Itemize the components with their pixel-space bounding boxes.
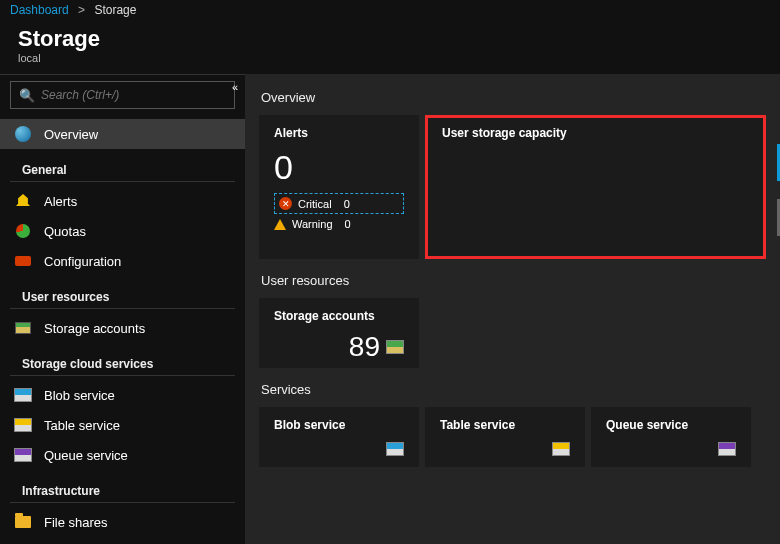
queue-tile-icon (718, 442, 736, 456)
section-title-services: Services (261, 382, 764, 397)
folder-icon (14, 513, 32, 531)
queue-tile-icon (14, 446, 32, 464)
blob-service-card[interactable]: Blob service (259, 407, 419, 467)
table-tile-icon (552, 442, 570, 456)
alerts-card-title: Alerts (274, 126, 404, 140)
sidebar-item-overview[interactable]: Overview (0, 119, 245, 149)
sidebar: « 🔍 Overview General Alerts Quotas Confi… (0, 74, 245, 544)
sidebar-group-general: General (10, 153, 235, 182)
table-service-card[interactable]: Table service (425, 407, 585, 467)
content-area: Overview Alerts 0 ✕ Critical 0 Warning 0… (245, 74, 780, 544)
table-service-title: Table service (440, 418, 570, 432)
globe-icon (14, 125, 32, 143)
search-input-wrap[interactable]: 🔍 (10, 81, 235, 109)
breadcrumb: Dashboard > Storage (0, 0, 780, 22)
alerts-warning-count: 0 (345, 218, 351, 230)
storage-accounts-icon (386, 340, 404, 354)
page-header: Storage local (0, 22, 780, 74)
warning-icon (274, 219, 286, 230)
sidebar-item-table-service[interactable]: Table service (0, 410, 245, 440)
bell-icon (14, 192, 32, 210)
sidebar-group-user-resources: User resources (10, 280, 235, 309)
alerts-critical-count: 0 (344, 198, 350, 210)
sidebar-item-storage-accounts[interactable]: Storage accounts (0, 313, 245, 343)
blob-service-title: Blob service (274, 418, 404, 432)
table-tile-icon (14, 416, 32, 434)
sidebar-group-cloud-services: Storage cloud services (10, 347, 235, 376)
sidebar-item-label: Table service (44, 418, 120, 433)
storage-accounts-title: Storage accounts (274, 309, 404, 323)
sidebar-item-label: File shares (44, 515, 108, 530)
breadcrumb-current: Storage (94, 3, 136, 17)
sidebar-item-label: Blob service (44, 388, 115, 403)
breadcrumb-separator: > (78, 3, 85, 17)
page-subtitle: local (18, 52, 762, 64)
search-input[interactable] (41, 88, 226, 102)
alerts-card[interactable]: Alerts 0 ✕ Critical 0 Warning 0 (259, 115, 419, 259)
queue-service-card[interactable]: Queue service (591, 407, 751, 467)
sidebar-item-alerts[interactable]: Alerts (0, 186, 245, 216)
breadcrumb-root-link[interactable]: Dashboard (10, 3, 69, 17)
collapse-sidebar-icon[interactable]: « (232, 81, 235, 93)
alerts-warning-row[interactable]: Warning 0 (274, 214, 404, 234)
sidebar-item-label: Configuration (44, 254, 121, 269)
sidebar-group-infrastructure: Infrastructure (10, 474, 235, 503)
sidebar-item-quotas[interactable]: Quotas (0, 216, 245, 246)
storage-accounts-value: 89 (349, 331, 380, 363)
section-title-user-resources: User resources (261, 273, 764, 288)
sidebar-item-label: Alerts (44, 194, 77, 209)
page-title: Storage (18, 26, 762, 52)
sidebar-item-blob-service[interactable]: Blob service (0, 380, 245, 410)
search-icon: 🔍 (19, 88, 35, 103)
sidebar-item-label: Queue service (44, 448, 128, 463)
config-icon (14, 252, 32, 270)
blob-tile-icon (14, 386, 32, 404)
capacity-card-title: User storage capacity (442, 126, 567, 140)
sidebar-item-label: Overview (44, 127, 98, 142)
alerts-critical-label: Critical (298, 198, 332, 210)
alerts-critical-row[interactable]: ✕ Critical 0 (274, 193, 404, 214)
critical-icon: ✕ (279, 197, 292, 210)
sidebar-item-queue-service[interactable]: Queue service (0, 440, 245, 470)
sidebar-item-file-shares[interactable]: File shares (0, 507, 245, 537)
storage-accounts-card[interactable]: Storage accounts 89 (259, 298, 419, 368)
sidebar-item-configuration[interactable]: Configuration (0, 246, 245, 276)
capacity-card[interactable]: User storage capacity 12 % used Used spa… (425, 115, 766, 259)
sidebar-item-label: Quotas (44, 224, 86, 239)
storage-icon (14, 319, 32, 337)
queue-service-title: Queue service (606, 418, 736, 432)
section-title-overview: Overview (261, 90, 764, 105)
alerts-warning-label: Warning (292, 218, 333, 230)
alerts-total: 0 (274, 148, 404, 187)
sidebar-item-label: Storage accounts (44, 321, 145, 336)
blob-tile-icon (386, 442, 404, 456)
quota-icon (14, 222, 32, 240)
